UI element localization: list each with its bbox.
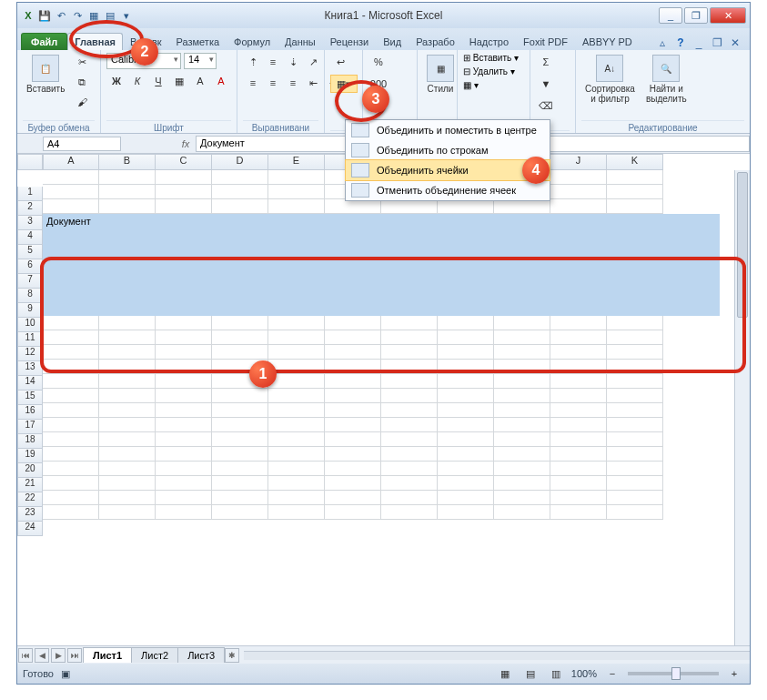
row-header[interactable]: 12: [17, 347, 43, 361]
cell[interactable]: [212, 330, 268, 345]
view-normal-icon[interactable]: ▦: [495, 664, 515, 683]
cell[interactable]: [212, 462, 268, 476]
cell[interactable]: [268, 418, 325, 432]
cell[interactable]: [99, 505, 156, 520]
cell[interactable]: [156, 374, 212, 389]
cell[interactable]: [99, 185, 156, 199]
row-header[interactable]: 2: [17, 201, 43, 216]
row-header[interactable]: 1: [17, 187, 43, 201]
cell[interactable]: [550, 418, 607, 432]
view-layout-icon[interactable]: ▤: [520, 664, 540, 683]
cell[interactable]: [43, 170, 99, 185]
sheet-nav-prev[interactable]: ◀: [35, 648, 49, 663]
cell[interactable]: [607, 403, 663, 418]
cell[interactable]: [212, 476, 268, 491]
cell[interactable]: [381, 360, 438, 374]
cell[interactable]: [43, 316, 99, 330]
cell[interactable]: [325, 374, 381, 389]
cell[interactable]: [550, 491, 607, 505]
cell[interactable]: [494, 476, 550, 491]
row-header[interactable]: 16: [17, 405, 43, 420]
cell[interactable]: [381, 316, 438, 330]
row-header[interactable]: 17: [17, 420, 43, 434]
cell[interactable]: [43, 185, 99, 199]
cell[interactable]: [381, 432, 438, 447]
cell[interactable]: [212, 491, 268, 505]
cell[interactable]: [381, 447, 438, 462]
cell[interactable]: [381, 491, 438, 505]
cell[interactable]: [438, 418, 494, 432]
cell[interactable]: [212, 418, 268, 432]
cell[interactable]: [438, 374, 494, 389]
cell[interactable]: [438, 432, 494, 447]
redo-icon[interactable]: ↷: [70, 8, 85, 23]
cell[interactable]: [43, 345, 99, 360]
cell[interactable]: [268, 185, 325, 199]
cell[interactable]: [268, 316, 325, 330]
mdi-min-icon[interactable]: _: [691, 36, 706, 50]
column-header[interactable]: E: [268, 154, 325, 170]
cell[interactable]: [607, 170, 663, 185]
cell[interactable]: [607, 185, 663, 199]
cell[interactable]: [268, 447, 325, 462]
cell[interactable]: [381, 345, 438, 360]
cell[interactable]: [381, 374, 438, 389]
cell[interactable]: [212, 185, 268, 199]
cell[interactable]: [607, 360, 663, 374]
row-header[interactable]: 11: [17, 332, 43, 347]
row-header[interactable]: 9: [17, 303, 43, 318]
cell[interactable]: [212, 199, 268, 214]
zoom-in-button[interactable]: +: [724, 664, 744, 683]
macro-record-icon[interactable]: ▣: [61, 668, 70, 680]
cell[interactable]: [325, 360, 381, 374]
cell[interactable]: [156, 170, 212, 185]
sheet-nav-next[interactable]: ▶: [51, 648, 66, 663]
cell[interactable]: [212, 316, 268, 330]
new-sheet-button[interactable]: ✱: [225, 648, 239, 663]
cell[interactable]: [268, 374, 325, 389]
cell[interactable]: [607, 505, 663, 520]
cell[interactable]: [268, 199, 325, 214]
cell[interactable]: [550, 432, 607, 447]
row-header[interactable]: 18: [17, 434, 43, 449]
cell[interactable]: [607, 462, 663, 476]
select-all-button[interactable]: [17, 154, 43, 170]
cell[interactable]: [43, 476, 99, 491]
tab-layout[interactable]: Разметка: [169, 33, 227, 50]
row-header[interactable]: 20: [17, 463, 43, 478]
row-header[interactable]: 24: [17, 522, 43, 536]
cell[interactable]: [43, 447, 99, 462]
cut-icon[interactable]: ✂: [72, 53, 92, 71]
cell[interactable]: [438, 447, 494, 462]
mdi-close-icon[interactable]: ✕: [728, 36, 742, 50]
cell[interactable]: [43, 432, 99, 447]
tab-formulas[interactable]: Формул: [227, 33, 278, 50]
cell[interactable]: [550, 360, 607, 374]
cell[interactable]: [438, 389, 494, 403]
cell[interactable]: [212, 389, 268, 403]
cell[interactable]: [156, 330, 212, 345]
cell[interactable]: [494, 505, 550, 520]
cell[interactable]: [381, 389, 438, 403]
save-icon[interactable]: 💾: [37, 8, 52, 23]
fill-color-icon[interactable]: A: [190, 72, 210, 90]
cell[interactable]: [607, 432, 663, 447]
tab-abbyy[interactable]: ABBYY PD: [575, 33, 640, 50]
cell[interactable]: [268, 389, 325, 403]
cell[interactable]: [43, 360, 99, 374]
unmerge-item[interactable]: Отменить объединение ячеек: [346, 180, 550, 200]
cell[interactable]: [438, 491, 494, 505]
qat-customize-icon[interactable]: ▾: [119, 8, 134, 23]
cell[interactable]: [268, 345, 325, 360]
cell[interactable]: [43, 418, 99, 432]
cell[interactable]: [99, 360, 156, 374]
indent-dec-icon[interactable]: ⇤: [303, 74, 323, 92]
wrap-text-icon[interactable]: ↩: [330, 53, 350, 71]
tab-data[interactable]: Данны: [278, 33, 323, 50]
cell[interactable]: [156, 418, 212, 432]
cell[interactable]: [438, 345, 494, 360]
merge-center-item[interactable]: Объединить и поместить в центре: [346, 120, 550, 140]
merge-cells-item[interactable]: Объединить ячейки: [345, 159, 550, 181]
cell[interactable]: [99, 199, 156, 214]
cell[interactable]: [156, 505, 212, 520]
